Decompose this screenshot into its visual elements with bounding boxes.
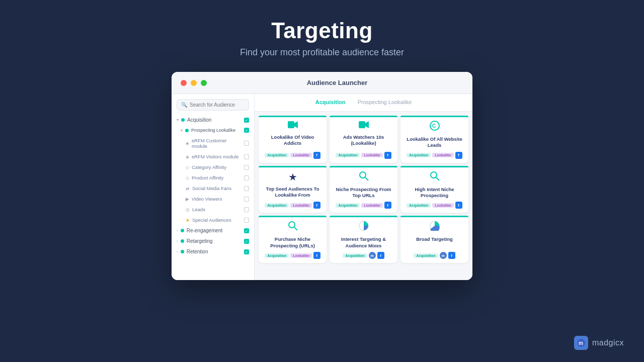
sidebar-item-social-media[interactable]: ⇄ Social Media Fans [172,183,254,194]
search-card-icon [430,171,440,184]
checkbox-special[interactable] [244,218,249,223]
search-icon: 🔍 [181,102,187,108]
window-title: Audience Launcher [211,79,463,86]
page-header: Targeting Find your most profitable audi… [240,18,404,58]
star-icon: ★ [186,218,190,223]
card-lookalike-website-leads[interactable]: C Lookalike Of All Website Leads Acquisi… [400,116,468,163]
titlebar-dot-yellow[interactable] [191,80,197,86]
svg-rect-2 [359,121,365,128]
sidebar-item-erfm-customer[interactable]: ◈ eRFM Customer module [172,135,254,151]
search-input[interactable] [190,102,245,108]
sidebar-item-reengagement[interactable]: › Re-engagement [172,225,254,236]
card-title: Lookalike Of All Website Leads [405,136,464,149]
svg-point-10 [289,222,295,228]
checkbox-video[interactable] [244,197,249,202]
chevron-icon: › [177,239,178,243]
sidebar-item-special-audiences[interactable]: ★ Special Audiences [172,215,254,225]
titlebar-dot-red[interactable] [181,80,187,86]
facebook-badge: f [384,152,391,159]
card-badges: Acquisition Lookalike f [407,202,462,209]
card-ads-watchers[interactable]: Ads Watchers 10s (Lookalike) Acquisition… [330,116,397,163]
card-title: High Intent Niche Prospecting [405,187,464,199]
chevron-icon: › [177,228,178,233]
affinity-icon: ◇ [186,165,189,170]
module-icon: ◈ [186,141,189,146]
app-body: 🔍 ▾ Acquisition ▾ Prospecting Lookalike … [172,94,472,280]
sidebar-item-acquisition[interactable]: ▾ Acquisition [172,115,254,125]
dot-teal [185,129,189,132]
checkbox-erfm-visitors[interactable] [244,154,249,159]
card-top-seed[interactable]: ★ Top Seed Audiences To Lookalike From A… [259,166,327,213]
main-panel: Acquisition Prospecting Lookalike Lookal… [255,94,472,280]
sidebar-item-erfm-visitors[interactable]: ◈ eRFM Visitors module [172,151,254,162]
video-icon: ▶ [186,197,189,202]
facebook-badge: f [384,202,391,209]
facebook-badge: f [448,252,455,259]
checkbox-leads[interactable] [244,207,249,212]
brand-logo: m [574,336,588,350]
svg-point-8 [431,172,437,178]
sidebar-label: eRFM Customer module [192,138,242,149]
sidebar-item-retention[interactable]: › Retention [172,246,254,257]
sidebar-label: Retention [187,249,208,254]
madgicx-badge: m [369,252,376,259]
card-purchase-niche[interactable]: Purchase Niche Prospecting (URLs) Acquis… [259,216,327,263]
facebook-badge: f [313,152,320,159]
sidebar-item-leads[interactable]: ◎ Leads [172,204,254,215]
sidebar: 🔍 ▾ Acquisition ▾ Prospecting Lookalike … [172,94,255,280]
sidebar-item-category-affinity[interactable]: ◇ Category Affinity [172,162,254,172]
badge-lookalike: Lookalike [432,153,453,157]
titlebar-dot-green[interactable] [201,80,207,86]
criteo-card-icon: C [430,121,440,133]
star-card-icon: ★ [288,171,297,183]
checkbox-retention[interactable] [244,249,249,254]
page-subtitle: Find your most profitable audience faste… [240,47,404,58]
svg-line-7 [365,177,368,180]
checkbox-retargeting[interactable] [244,239,249,244]
video-card-icon [288,121,298,131]
card-broad-targeting[interactable]: Broad Targeting Acquisition m f [400,216,468,263]
product-icon: ◇ [186,175,189,180]
card-niche-prospecting-urls[interactable]: Niche Prospecting From Top URLs Acquisit… [330,166,397,213]
sidebar-label: Retargeting [187,238,213,244]
card-title: Lookalike Of Video Addicts [263,134,323,149]
checkbox-product[interactable] [244,175,249,180]
search-card-icon [359,171,369,184]
checkbox-erfm-customer[interactable] [244,141,249,146]
sidebar-item-retargeting[interactable]: › Retargeting [172,236,254,246]
sidebar-label: Social Media Fans [192,186,231,191]
facebook-badge: f [455,152,462,159]
titlebar: Audience Launcher [172,72,472,94]
card-lookalike-video-addicts[interactable]: Lookalike Of Video Addicts Acquisition L… [259,116,327,163]
video-card-icon [359,121,369,131]
card-badges: Acquisition Lookalike f [407,152,462,159]
sidebar-item-prospecting-lookalike[interactable]: ▾ Prospecting Lookalike [172,125,254,135]
card-badges: Acquisition Lookalike f [265,202,320,209]
sidebar-label: Re-engagement [187,228,223,233]
tab-prospecting-lookalike[interactable]: Prospecting Lookalike [358,99,412,106]
badge-acquisition: Acquisition [265,253,289,258]
checkbox-reengagement[interactable] [244,228,249,233]
card-title: Ads Watchers 10s (Lookalike) [334,134,393,149]
checkbox-prospecting[interactable] [244,128,249,133]
svg-text:C: C [432,123,436,129]
cards-grid: Lookalike Of Video Addicts Acquisition L… [255,112,472,267]
search-box[interactable]: 🔍 [177,99,249,111]
card-badges: Acquisition m f [343,252,384,259]
card-badges: Acquisition Lookalike f [265,252,320,259]
sidebar-label: Acquisition [187,117,211,123]
checkbox-social[interactable] [244,186,249,191]
facebook-badge: f [377,252,384,259]
branding: m madgicx [574,336,624,350]
badge-lookalike: Lookalike [290,153,311,157]
card-high-intent-niche[interactable]: High Intent Niche Prospecting Acquisitio… [400,166,468,213]
checkbox-category[interactable] [244,165,249,170]
sidebar-item-product-affinity[interactable]: ◇ Product Affinity [172,172,254,183]
badge-acquisition: Acquisition [265,153,289,157]
tab-acquisition[interactable]: Acquisition [315,99,346,106]
facebook-badge: f [455,202,462,209]
sidebar-item-video-viewers[interactable]: ▶ Video Viewers [172,194,254,204]
checkbox-acquisition[interactable] [244,118,249,123]
card-interest-targeting[interactable]: Interest Targeting & Audience Mixes Acqu… [330,216,397,263]
dot-teal [181,250,184,253]
